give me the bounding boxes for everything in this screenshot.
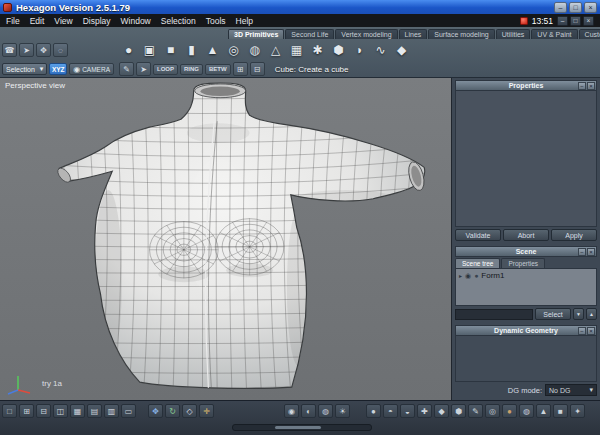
tube-primitive-icon[interactable]: ◍ [246,42,263,59]
tab-vertex-modeling[interactable]: Vertex modeling [335,29,397,39]
close-icon[interactable]: × [587,248,595,256]
pinch-brush-icon[interactable]: ◒ [400,404,415,418]
rotate-icon[interactable]: ↻ [165,404,180,418]
cube-primitive-icon[interactable]: ■ [162,42,179,59]
sphere-primitive-icon[interactable]: ● [120,42,137,59]
hsplit-view-icon[interactable]: ⊟ [36,404,51,418]
menu-item[interactable]: Help [236,16,253,26]
tab-lines[interactable]: Lines [399,29,428,39]
camera-button[interactable]: ◉ CAMERA [69,63,114,75]
cone-tool-icon[interactable]: ▲ [536,404,551,418]
wireframe-mode-icon[interactable]: ◍ [318,404,333,418]
horizontal-scrollbar[interactable] [232,424,372,431]
menu-item[interactable]: Display [83,16,111,26]
scene-search-input[interactable] [455,309,533,320]
gear-primitive-icon[interactable]: ✱ [309,42,326,59]
snap-icon[interactable]: ✛ [199,404,214,418]
pyramid-primitive-icon[interactable]: △ [267,42,284,59]
expand-selection-icon[interactable]: ⊞ [233,62,248,76]
title-bar[interactable]: Hexagon Version 2.5.1.79 –□× [0,0,600,14]
tab-second-life[interactable]: Second Life [285,29,334,39]
hex-tool-icon[interactable]: ⬢ [451,404,466,418]
loop-button[interactable]: LOOP [153,64,178,75]
sphere-brush-icon[interactable]: ● [366,404,381,418]
quad-view-icon[interactable]: ⊞ [19,404,34,418]
menu-item[interactable]: Window [121,16,151,26]
collapse-icon[interactable]: − [578,327,586,335]
scene-tree-item[interactable]: ▸ ◉ ● Form1 [459,271,593,280]
visibility-eye-icon[interactable]: ◉ [465,272,471,280]
close-icon[interactable]: × [587,327,595,335]
menu-item[interactable]: Tools [206,16,226,26]
menu-item[interactable]: File [6,16,20,26]
phone-icon[interactable]: ☎ [2,43,17,57]
cursor-icon[interactable]: ➤ [19,43,34,57]
add-geometry-icon[interactable]: ✚ [417,404,432,418]
tab-uv-paint[interactable]: UV & Paint [531,29,577,39]
smooth-brush-icon[interactable]: ◓ [383,404,398,418]
maximize-button[interactable]: □ [569,2,582,13]
geodesic-primitive-icon[interactable]: ⬢ [330,42,347,59]
arrow-select-icon[interactable]: ➤ [136,62,151,76]
wire-ball-icon[interactable]: ◍ [519,404,534,418]
menu-item[interactable]: Edit [30,16,45,26]
select-button[interactable]: Select [535,308,571,320]
tab-custom[interactable]: Custo [579,29,600,39]
tab-utilities[interactable]: Utilities [496,29,531,39]
ring-tool-icon[interactable]: ◎ [485,404,500,418]
cylinder-primitive-icon[interactable]: ▮ [183,42,200,59]
pen-tool-icon[interactable]: ✎ [468,404,483,418]
viewport-3d[interactable]: Perspective view [0,78,452,400]
pan-icon[interactable]: ✥ [36,43,51,57]
contract-selection-icon[interactable]: ⊟ [250,62,265,76]
torso-mesh[interactable] [18,82,438,392]
collapse-icon[interactable]: − [578,248,586,256]
columns-view-icon[interactable]: ▥ [104,404,119,418]
selection-dropdown[interactable]: Selection ▾ [2,63,47,75]
shading-mode-icon[interactable]: ◐ [301,404,316,418]
scene-up-button[interactable]: ▲ [586,308,597,320]
minimize-button[interactable]: – [554,2,567,13]
collapse-icon[interactable]: − [578,82,586,90]
facet-tool-icon[interactable]: ◆ [434,404,449,418]
rows-view-icon[interactable]: ▤ [87,404,102,418]
plane-primitive-icon[interactable]: ▦ [288,42,305,59]
close-icon[interactable]: × [587,82,595,90]
menu-item[interactable]: View [54,16,72,26]
capsule-primitive-icon[interactable]: ◗ [351,42,368,59]
close-button[interactable]: × [584,2,597,13]
light-icon[interactable]: ☀ [335,404,350,418]
xyz-toggle[interactable]: XYZ [49,63,67,75]
ring-button[interactable]: RING [180,64,203,75]
betw-button[interactable]: BETW [205,64,231,75]
properties-panel-header[interactable]: Properties − × [455,80,597,91]
scene-tree-tab[interactable]: Scene tree [455,258,500,268]
vsplit-view-icon[interactable]: ◫ [53,404,68,418]
tab-surface-modeling[interactable]: Surface modeling [428,29,494,39]
rounded-cube-primitive-icon[interactable]: ▣ [141,42,158,59]
clay-ball-icon[interactable]: ● [502,404,517,418]
scene-panel-header[interactable]: Scene − × [455,246,597,257]
torso-model[interactable] [18,82,438,396]
lasso-icon[interactable]: ◌ [53,43,68,57]
platonic-primitive-icon[interactable]: ◆ [393,42,410,59]
tab-3d-primitives[interactable]: 3D Primitives [228,29,284,39]
scrollbar-thumb[interactable] [275,426,321,429]
abort-button[interactable]: Abort [503,229,549,241]
cube-tool-icon[interactable]: ■ [553,404,568,418]
expand-icon[interactable]: ▸ [459,272,462,279]
menubar-maximize-button[interactable]: □ [570,16,581,26]
scale-icon[interactable]: ◇ [182,404,197,418]
validate-button[interactable]: Validate [455,229,501,241]
spring-primitive-icon[interactable]: ∿ [372,42,389,59]
translate-icon[interactable]: ✥ [148,404,163,418]
record-button[interactable] [520,17,528,25]
menubar-minimize-button[interactable]: – [557,16,568,26]
scene-properties-tab[interactable]: Properties [501,258,545,268]
cone-primitive-icon[interactable]: ▲ [204,42,221,59]
star-tool-icon[interactable]: ✦ [570,404,585,418]
scene-down-button[interactable]: ▼ [573,308,584,320]
camera-view-icon[interactable]: ◉ [284,404,299,418]
dg-mode-dropdown[interactable]: No DG ▾ [545,384,597,396]
single-view-icon[interactable]: □ [2,404,17,418]
